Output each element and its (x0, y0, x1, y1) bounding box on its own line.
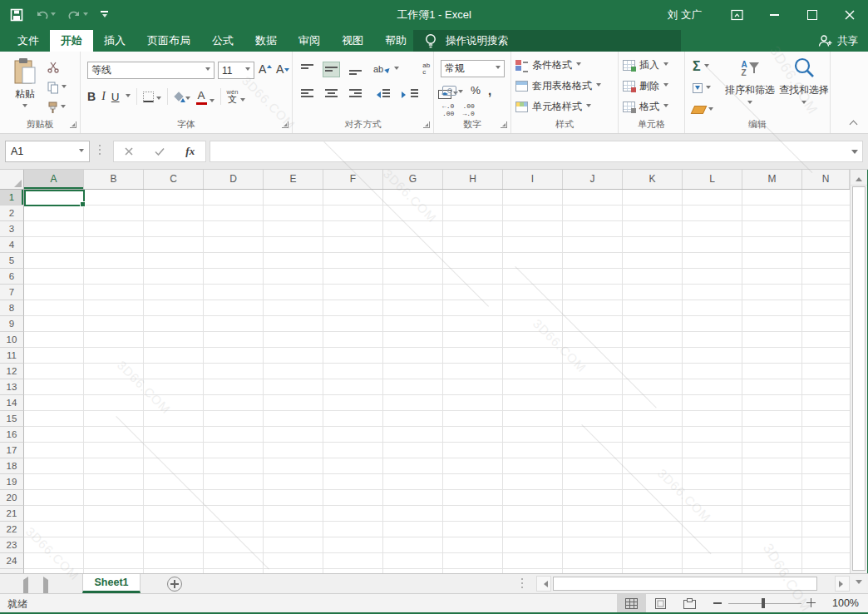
tab-data[interactable]: 数据 (244, 30, 288, 52)
column-header-N[interactable]: N (802, 170, 850, 189)
row-header-19[interactable]: 19 (0, 474, 24, 490)
wrap-text-button[interactable]: abc (420, 60, 432, 78)
middle-align-button[interactable] (323, 62, 340, 77)
number-format-select[interactable]: 常规 (441, 60, 505, 77)
top-align-button[interactable] (298, 62, 316, 77)
format-as-table-button[interactable]: 套用表格格式 (515, 77, 601, 95)
borders-button[interactable] (143, 92, 161, 102)
find-select-button[interactable]: 查找和选择 (780, 57, 828, 106)
column-header-I[interactable]: I (503, 170, 563, 189)
row-header-9[interactable]: 9 (0, 316, 24, 332)
underline-button[interactable]: U (111, 91, 120, 103)
row-header-15[interactable]: 15 (0, 411, 24, 427)
column-header-G[interactable]: G (383, 170, 443, 189)
tab-file[interactable]: 文件 (7, 30, 50, 52)
page-layout-view-button[interactable] (646, 594, 675, 612)
row-header-3[interactable]: 3 (0, 221, 24, 237)
column-header-M[interactable]: M (742, 170, 802, 189)
vertical-scrollbar[interactable] (850, 170, 867, 573)
row-header-22[interactable]: 22 (0, 522, 24, 537)
column-header-B[interactable]: B (84, 170, 144, 189)
insert-function-button[interactable]: fx (185, 145, 195, 158)
tab-scrollbar-splitter[interactable] (521, 578, 523, 588)
font-size-select[interactable]: 11 (218, 62, 254, 79)
font-color-button[interactable]: A (196, 89, 215, 105)
row-header-6[interactable]: 6 (0, 269, 24, 285)
formula-bar-splitter[interactable] (99, 145, 101, 155)
orientation-button[interactable]: ab (371, 62, 402, 77)
fill-color-button[interactable] (174, 92, 190, 102)
share-button[interactable]: 共享 (817, 30, 858, 52)
column-header-C[interactable]: C (144, 170, 204, 189)
bottom-align-button[interactable] (347, 62, 364, 77)
tab-formulas[interactable]: 公式 (201, 30, 244, 52)
row-header-17[interactable]: 17 (0, 443, 24, 458)
increase-font-size-button[interactable]: A (259, 62, 272, 76)
cancel-icon[interactable] (125, 147, 133, 156)
increase-decimal-button[interactable]: ←.0.00 (442, 103, 454, 118)
decrease-decimal-button[interactable]: .00→.0 (462, 103, 474, 118)
column-header-A[interactable]: A (24, 170, 84, 189)
minimize-button[interactable] (756, 0, 793, 30)
row-header-12[interactable]: 12 (0, 364, 24, 379)
zoom-slider-thumb[interactable] (762, 598, 765, 608)
copy-button[interactable] (47, 80, 67, 95)
horizontal-scroll-thumb[interactable] (553, 577, 817, 591)
delete-cells-button[interactable]: 删除 (623, 77, 668, 95)
format-painter-button[interactable] (47, 100, 66, 115)
zoom-level[interactable]: 100% (832, 597, 859, 609)
row-header-2[interactable]: 2 (0, 205, 24, 221)
tab-home[interactable]: 开始 (50, 30, 93, 52)
number-dialog-launcher[interactable] (501, 121, 507, 128)
tab-insert[interactable]: 插入 (93, 30, 136, 52)
font-name-select[interactable]: 等线 (87, 62, 215, 79)
row-header-14[interactable]: 14 (0, 395, 24, 411)
vertical-scroll-thumb[interactable] (852, 186, 866, 571)
insert-cells-button[interactable]: 插入 (623, 56, 668, 74)
sort-filter-button[interactable]: AZ 排序和筛选 (720, 57, 780, 106)
align-right-button[interactable] (347, 87, 364, 102)
row-header-4[interactable]: 4 (0, 237, 24, 253)
decrease-indent-button[interactable] (371, 87, 392, 102)
scroll-up-button[interactable] (851, 170, 867, 186)
user-name[interactable]: 刘 文广 (651, 8, 718, 22)
row-header-13[interactable]: 13 (0, 379, 24, 395)
column-header-F[interactable]: F (323, 170, 383, 189)
fill-handle[interactable] (80, 201, 86, 207)
font-dialog-launcher[interactable] (282, 121, 289, 128)
column-header-L[interactable]: L (683, 170, 742, 189)
row-header-21[interactable]: 21 (0, 506, 24, 522)
scroll-right-button[interactable] (835, 576, 850, 592)
expand-formula-bar-caret[interactable] (851, 150, 858, 157)
scroll-left-button[interactable] (536, 576, 551, 592)
align-center-button[interactable] (323, 87, 340, 102)
row-header-10[interactable]: 10 (0, 332, 24, 348)
cut-button[interactable] (47, 60, 59, 75)
row-header-18[interactable]: 18 (0, 458, 24, 474)
paste-button[interactable]: 粘贴 (7, 57, 43, 127)
select-all-corner[interactable] (0, 170, 24, 190)
column-header-D[interactable]: D (204, 170, 264, 189)
row-header-7[interactable]: 7 (0, 285, 24, 300)
new-sheet-button[interactable] (167, 577, 182, 592)
column-header-E[interactable]: E (264, 170, 323, 189)
tab-view[interactable]: 视图 (331, 30, 374, 52)
autosum-button[interactable]: Σ (693, 58, 713, 75)
column-header-K[interactable]: K (623, 170, 683, 189)
zoom-out-button[interactable] (713, 602, 722, 604)
alignment-dialog-launcher[interactable] (423, 121, 430, 128)
enter-check-icon[interactable] (155, 147, 165, 156)
close-button[interactable] (831, 0, 868, 30)
increase-indent-button[interactable] (399, 87, 421, 102)
row-header-8[interactable]: 8 (0, 300, 24, 316)
row-header-20[interactable]: 20 (0, 490, 24, 506)
normal-view-button[interactable] (617, 594, 646, 612)
format-cells-button[interactable]: 格式 (623, 97, 668, 116)
column-header-J[interactable]: J (563, 170, 623, 189)
bold-button[interactable]: B (87, 90, 96, 103)
cell-styles-button[interactable]: 单元格样式 (515, 97, 601, 116)
page-break-view-button[interactable] (675, 594, 704, 612)
tab-review[interactable]: 审阅 (288, 30, 331, 52)
name-box[interactable]: A1 (5, 141, 90, 162)
collapse-ribbon-button[interactable] (850, 120, 858, 126)
